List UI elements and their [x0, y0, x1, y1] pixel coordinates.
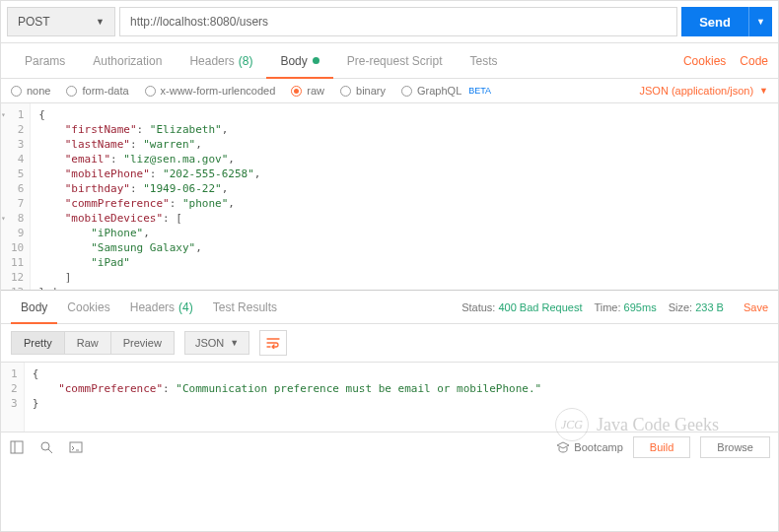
size-value: 233 B — [695, 301, 724, 313]
code-area[interactable]: { "commPreference": "Communication prefe… — [25, 363, 550, 432]
resp-tab-headers[interactable]: Headers(4) — [120, 291, 203, 323]
sidebar-toggle-icon[interactable] — [9, 439, 25, 455]
radio-graphql[interactable]: GraphQLBETA — [401, 85, 491, 97]
body-format-select[interactable]: JSON (application/json)▼ — [640, 85, 768, 97]
radio-icon — [340, 86, 351, 97]
request-tabs: Params Authorization Headers(8) Body Pre… — [1, 43, 778, 79]
radio-binary[interactable]: binary — [340, 85, 386, 97]
tab-tests[interactable]: Tests — [456, 43, 511, 78]
http-method-select[interactable]: POST ▼ — [7, 7, 115, 36]
send-button-group: Send ▼ — [681, 7, 772, 36]
radio-raw[interactable]: raw — [291, 85, 324, 97]
code-area[interactable]: { "firstName": "Elizabeth", "lastName": … — [31, 103, 268, 290]
cookies-link[interactable]: Cookies — [683, 54, 726, 68]
response-meta: Status: 400 Bad Request Time: 695ms Size… — [461, 301, 768, 313]
status-value: 400 Bad Request — [498, 301, 582, 313]
chevron-down-icon: ▼ — [756, 17, 765, 27]
response-toolbar: Pretty Raw Preview JSON▼ — [1, 324, 778, 363]
tab-prerequest[interactable]: Pre-request Script — [333, 43, 457, 78]
radio-none[interactable]: none — [11, 85, 50, 97]
bootcamp-link[interactable]: Bootcamp — [556, 441, 623, 453]
wrap-lines-button[interactable] — [259, 330, 287, 356]
view-pretty-button[interactable]: Pretty — [11, 331, 65, 355]
radio-icon — [145, 86, 156, 97]
footer-bar: Bootcamp Build Browse — [1, 432, 778, 461]
wrap-icon — [266, 337, 280, 349]
view-mode-group: Pretty Raw Preview — [11, 331, 175, 355]
headers-count: (8) — [239, 54, 253, 68]
chevron-down-icon: ▼ — [759, 86, 768, 96]
response-body-editor[interactable]: 123 { "commPreference": "Communication p… — [1, 363, 778, 432]
save-response-link[interactable]: Save — [744, 301, 768, 313]
svg-rect-0 — [11, 441, 23, 453]
request-url-input[interactable] — [119, 7, 677, 36]
chevron-down-icon: ▼ — [96, 17, 105, 27]
request-body-editor[interactable]: 12345678910111213 { "firstName": "Elizab… — [1, 103, 778, 291]
send-dropdown-button[interactable]: ▼ — [748, 7, 772, 36]
radio-urlencoded[interactable]: x-www-form-urlencoded — [145, 85, 276, 97]
http-method-value: POST — [18, 15, 50, 29]
radio-icon — [66, 86, 77, 97]
time-value: 695ms — [624, 301, 657, 313]
send-button[interactable]: Send — [681, 7, 748, 36]
resp-tab-cookies[interactable]: Cookies — [57, 291, 119, 323]
beta-badge: BETA — [468, 86, 491, 96]
browse-button[interactable]: Browse — [700, 436, 770, 458]
radio-icon — [11, 86, 22, 97]
view-raw-button[interactable]: Raw — [65, 331, 111, 355]
resp-tab-tests[interactable]: Test Results — [203, 291, 287, 323]
code-link[interactable]: Code — [740, 54, 768, 68]
radio-icon — [291, 86, 302, 97]
response-tabs: Body Cookies Headers(4) Test Results Sta… — [1, 291, 778, 324]
body-type-bar: none form-data x-www-form-urlencoded raw… — [1, 79, 778, 103]
tab-params[interactable]: Params — [11, 43, 79, 78]
tab-authorization[interactable]: Authorization — [79, 43, 176, 78]
line-gutter: 12345678910111213 — [1, 103, 31, 290]
svg-point-2 — [41, 442, 49, 450]
line-gutter: 123 — [1, 363, 25, 432]
console-icon[interactable] — [68, 439, 84, 455]
radio-icon — [401, 86, 412, 97]
response-format-select[interactable]: JSON▼ — [184, 331, 249, 355]
chevron-down-icon: ▼ — [230, 338, 239, 348]
resp-tab-body[interactable]: Body — [11, 291, 57, 323]
view-preview-button[interactable]: Preview — [111, 331, 175, 355]
radio-form-data[interactable]: form-data — [66, 85, 128, 97]
request-right-links: Cookies Code — [683, 54, 768, 68]
svg-line-3 — [48, 449, 52, 453]
mortarboard-icon — [556, 441, 570, 453]
tab-body[interactable]: Body — [266, 43, 332, 78]
build-button[interactable]: Build — [633, 436, 690, 458]
tab-headers[interactable]: Headers(8) — [176, 43, 266, 78]
resp-headers-count: (4) — [178, 300, 193, 314]
request-bar: POST ▼ Send ▼ — [1, 1, 778, 43]
body-modified-dot-icon — [313, 57, 319, 64]
footer-right: Bootcamp Build Browse — [556, 436, 770, 458]
find-icon[interactable] — [38, 439, 54, 455]
